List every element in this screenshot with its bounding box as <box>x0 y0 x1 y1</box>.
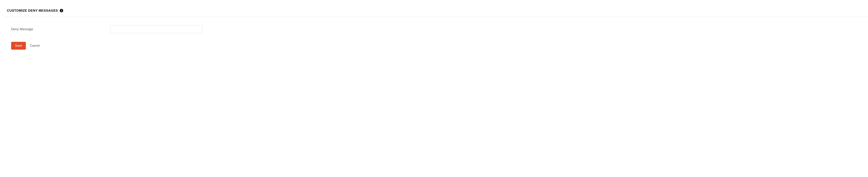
deny-message-input[interactable] <box>110 25 202 33</box>
save-button[interactable]: Save <box>11 42 26 49</box>
info-icon[interactable] <box>60 9 63 12</box>
form-body: Deny Message Save Cancel <box>0 17 868 57</box>
section-header: CUSTOMIZE DENY MESSAGES <box>0 0 868 17</box>
svg-point-1 <box>61 9 62 10</box>
deny-message-row: Deny Message <box>11 25 868 33</box>
section-title: CUSTOMIZE DENY MESSAGES <box>7 9 58 12</box>
cancel-button[interactable]: Cancel <box>30 44 40 47</box>
customize-deny-messages-section: CUSTOMIZE DENY MESSAGES Deny Message Sav… <box>0 0 868 57</box>
deny-message-label: Deny Message <box>11 27 105 31</box>
button-row: Save Cancel <box>11 42 868 49</box>
svg-rect-2 <box>61 10 62 12</box>
